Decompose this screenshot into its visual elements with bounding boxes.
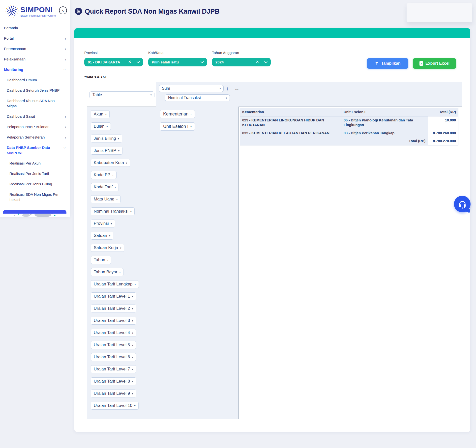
caret-down-icon[interactable]: ▾ [118,137,119,140]
sidebar-item[interactable]: Dashboard Khusus SDA Non Migas › [0,98,70,109]
field-pill[interactable]: Unit Eselon I ▾ [160,122,195,131]
sidebar-item-label: Realisasi Per Jenis Tarif [9,171,49,176]
field-pill[interactable]: Uraian Tarif Level 3 ▾ [91,317,136,325]
chevron-down-icon[interactable] [201,60,204,63]
sidebar-item[interactable]: Realisasi Per Jenis Billing › [0,181,70,187]
caret-down-icon[interactable]: ▾ [132,368,133,371]
sidebar-item[interactable]: Perencanaan › [0,46,70,51]
sidebar-item[interactable]: Pelaporan Semesteran › [0,135,70,140]
sidebar-item[interactable]: Dashboard Umum › [0,77,70,83]
value-field-select[interactable]: Nominal Transaksi ▾ [165,94,230,101]
caret-down-icon[interactable]: ▾ [116,198,118,201]
field-pill[interactable]: Uraian Tarif Lengkap ▾ [91,280,139,288]
field-pill[interactable]: Provinsi ▾ [91,220,115,227]
sidebar-item-label: Dashboard Sawit [7,114,35,118]
caret-down-icon[interactable]: ▾ [190,113,192,115]
sidebar-item[interactable]: Portal › [0,36,70,41]
export-excel-button[interactable]: x Export Excel [413,58,456,69]
caret-down-icon[interactable]: ▾ [132,380,133,383]
field-pill[interactable]: Tahun ▾ [91,256,111,264]
chevron-right-icon: › [65,114,66,119]
sidebar-item[interactable]: Pelaksanaan › [0,56,70,62]
sidebar-item[interactable]: Realisasi SDA Non Migas Per Lokasi › [0,192,70,202]
field-pill[interactable]: Nominal Transaksi ▾ [91,207,135,215]
chevron-down-icon[interactable] [137,60,140,63]
aggregator-select[interactable]: Sum ▾ [159,85,224,92]
field-pill[interactable]: Uraian Tarif Level 7 ▾ [91,365,136,373]
caret-down-icon[interactable]: ▾ [132,356,133,359]
renderer-select[interactable]: Table ▾ [89,91,154,98]
caret-down-icon[interactable]: ▾ [105,113,107,116]
field-pill[interactable]: Tahun Bayar ▾ [91,268,123,276]
caret-down-icon[interactable]: ▾ [132,295,133,298]
tampilkan-button[interactable]: Tampilkan [367,58,408,69]
caret-down-icon[interactable]: ▾ [106,125,108,128]
support-chat-button[interactable] [454,196,471,212]
field-pill[interactable]: Uraian Tarif Level 8 ▾ [91,377,136,385]
sidebar-item[interactable]: Beranda › [0,25,70,30]
field-pill[interactable]: Bulan ▾ [91,122,111,130]
field-pill[interactable]: Jenis PNBP ▾ [91,147,122,155]
field-pill[interactable]: Uraian Tarif Level 6 ▾ [91,353,136,361]
caret-down-icon[interactable]: ▾ [126,162,127,164]
field-pill[interactable]: Satuan Kerja ▾ [91,244,124,252]
field-pill[interactable]: Uraian Tarif Level 5 ▾ [91,341,136,349]
field-pill[interactable]: Uraian Tarif Level 9 ▾ [91,390,136,397]
clear-icon[interactable]: ✕ [256,60,259,64]
caret-down-icon[interactable]: ▾ [119,271,120,274]
app-logo[interactable]: SIMPONI Sistem Informasi PNBP Online [5,4,56,18]
field-pill[interactable]: Mata Uang ▾ [91,195,120,203]
field-pill-label: Jenis PNBP [94,148,116,153]
field-pill-label: Satuan Kerja [94,245,118,250]
field-pill[interactable]: Kabupaten Kota ▾ [91,159,130,167]
sidebar-item[interactable]: Dashboard Sawit › [0,114,70,119]
column-fields-dropzone[interactable] [239,82,462,107]
caret-down-icon[interactable]: ▾ [190,125,192,128]
caret-down-icon[interactable]: ▾ [111,222,112,225]
field-pill[interactable]: Kode Tarif ▾ [91,183,119,191]
caret-down-icon[interactable]: ▾ [132,319,133,322]
caret-down-icon[interactable]: ▾ [120,247,121,249]
kabkota-select[interactable]: Pilih salah satu [148,58,207,66]
sidebar-collapse-button[interactable]: ‹ [59,6,67,14]
caret-down-icon[interactable]: ▾ [132,307,133,310]
caret-down-icon[interactable]: ▾ [132,332,133,334]
row-fields-panel: Kementerian ▾ Unit Eselon I ▾ [156,107,239,419]
caret-down-icon[interactable]: ▾ [118,149,119,152]
chevron-down-icon[interactable] [264,60,268,63]
field-pill[interactable]: Uraian Tarif Level 4 ▾ [91,329,136,337]
provinsi-label: Provinsi [84,51,97,55]
provinsi-select[interactable]: 01 - DKI JAKARTA ✕ [84,58,143,66]
tahun-anggaran-select[interactable]: 2024 ✕ [212,58,271,66]
sidebar-item[interactable]: Data PNBP Sumber Data SIMPONI › [0,145,70,155]
field-pill[interactable]: Uraian Tarif Level 2 ▾ [91,305,136,312]
field-pill[interactable]: Kode PP ▾ [91,171,117,179]
sidebar-active-item-bar[interactable] [3,210,66,214]
sidebar-item[interactable]: Monitoring › [0,67,70,72]
user-panel-placeholder[interactable] [407,3,472,22]
caret-down-icon[interactable]: ▾ [109,234,110,237]
sidebar-item[interactable]: Realisasi Per Jenis Tarif › [0,171,70,176]
field-pill[interactable]: Akun ▾ [91,110,110,118]
move-arrows-icon[interactable]: ↕ ↔ [226,86,242,91]
caret-down-icon[interactable]: ▾ [130,210,132,213]
field-pill[interactable]: Jenis Billing ▾ [91,135,122,142]
caret-down-icon[interactable]: ▾ [135,283,136,286]
field-pill[interactable]: Uraian Tarif Level 10 ▾ [91,402,139,410]
sidebar-item-label: Realisasi Per Jenis Billing [9,182,52,186]
field-pill-label: Uraian Tarif Level 5 [94,342,130,347]
sidebar-item[interactable]: Realisasi Per Akun › [0,161,70,166]
caret-down-icon[interactable]: ▾ [112,174,114,176]
caret-down-icon[interactable]: ▾ [132,344,133,346]
field-pill[interactable]: Uraian Tarif Level 1 ▾ [91,292,136,300]
caret-down-icon[interactable]: ▾ [115,186,116,189]
field-pill[interactable]: Satuan ▾ [91,232,113,240]
caret-down-icon[interactable]: ▾ [107,259,108,261]
field-pill-label: Jenis Billing [94,136,116,141]
sidebar-item[interactable]: Pelaporan PNBP Bulanan › [0,124,70,129]
clear-icon[interactable]: ✕ [128,60,131,64]
caret-down-icon[interactable]: ▾ [134,404,136,407]
field-pill[interactable]: Kementerian ▾ [160,110,195,118]
sidebar-item[interactable]: Dashboard Seluruh Jenis PNBP › [0,88,70,93]
caret-down-icon[interactable]: ▾ [132,392,133,395]
